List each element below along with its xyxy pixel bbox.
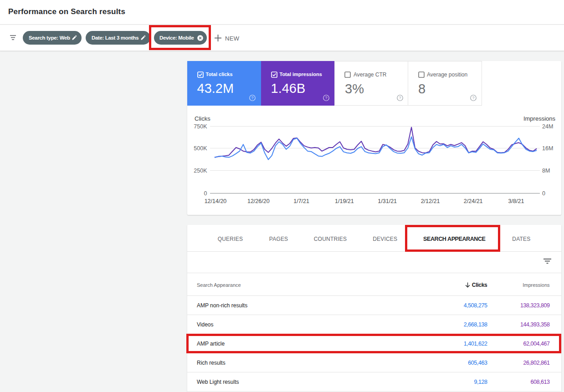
svg-text:2/24/21: 2/24/21 <box>463 198 482 204</box>
svg-text:1/7/21: 1/7/21 <box>293 198 309 204</box>
svg-text:?: ? <box>399 96 401 100</box>
svg-text:Clicks: Clicks <box>195 115 210 122</box>
svg-text:?: ? <box>472 96 474 100</box>
svg-text:24M: 24M <box>542 123 553 130</box>
svg-text:Impressions: Impressions <box>523 115 555 122</box>
svg-text:0: 0 <box>542 190 545 197</box>
svg-text:2/12/21: 2/12/21 <box>420 198 440 204</box>
svg-text:1/19/21: 1/19/21 <box>335 198 354 204</box>
svg-text:3/8/21: 3/8/21 <box>508 198 524 204</box>
svg-text:1/31/21: 1/31/21 <box>378 198 397 204</box>
svg-text:12/26/20: 12/26/20 <box>247 198 269 204</box>
svg-text:500K: 500K <box>194 145 207 152</box>
svg-text:16M: 16M <box>542 145 553 152</box>
svg-text:750K: 750K <box>194 123 207 130</box>
svg-text:8M: 8M <box>542 168 550 174</box>
svg-text:250K: 250K <box>194 168 207 174</box>
svg-text:?: ? <box>325 96 328 100</box>
svg-text:0: 0 <box>204 190 207 197</box>
svg-text:12/14/20: 12/14/20 <box>204 198 226 204</box>
svg-text:?: ? <box>251 96 254 100</box>
